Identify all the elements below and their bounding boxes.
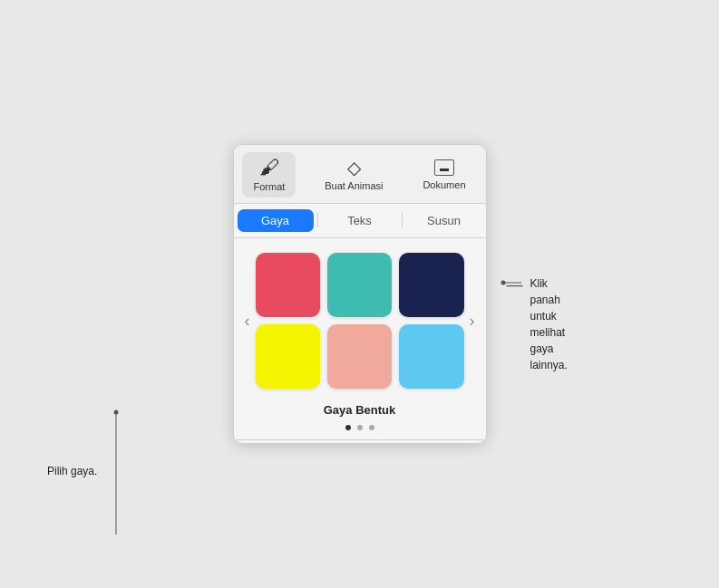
buat-animasi-label: Buat Animasi <box>325 180 383 191</box>
swatch-salmon[interactable] <box>327 324 392 389</box>
tab-teks[interactable]: Teks <box>322 209 398 232</box>
next-arrow[interactable]: › <box>468 308 477 334</box>
swatch-navy[interactable] <box>399 253 463 317</box>
callout-bottom-text: Pilih gaya. <box>47 465 97 477</box>
swatch-yellow[interactable] <box>256 324 320 389</box>
color-grid-area: ‹ › <box>234 238 486 397</box>
callout-arrow-icon: — <box>507 275 523 294</box>
color-grid <box>256 253 464 390</box>
tab-gaya[interactable]: Gaya <box>238 209 314 232</box>
format-icon: 🖌 <box>259 158 279 178</box>
toolbar: 🖌 Format ◇ Buat Animasi ▬ Dokumen <box>234 145 486 204</box>
svg-point-1 <box>501 281 506 285</box>
toolbar-dokumen[interactable]: ▬ Dokumen <box>412 154 476 196</box>
format-label: Format <box>253 181 285 192</box>
swatch-teal[interactable] <box>327 253 392 317</box>
segment-tabs: Gaya Teks Susun <box>234 204 486 238</box>
shape-style-label: Gaya Bentuk <box>324 403 395 417</box>
toolbar-buat-animasi[interactable]: ◇ Buat Animasi <box>314 153 394 197</box>
callout-bottom: Pilih gaya. <box>47 462 97 478</box>
tab-susun[interactable]: Susun <box>406 209 482 232</box>
pagination <box>234 421 486 439</box>
swatch-red[interactable] <box>256 253 320 317</box>
tab-divider <box>317 213 318 227</box>
svg-point-3 <box>114 410 119 415</box>
tab-divider-2 <box>402 213 403 227</box>
callout-right: — Klik panahuntuk melihatgaya lainnya. <box>507 275 568 373</box>
shape-style-section: Gaya Bentuk <box>234 396 486 421</box>
dokumen-label: Dokumen <box>423 179 465 190</box>
dot-2 <box>357 425 363 430</box>
toolbar-format[interactable]: 🖌 Format <box>242 152 296 198</box>
dot-1 <box>345 425 351 430</box>
dot-3 <box>369 425 374 430</box>
panel-footer <box>234 439 486 443</box>
dokumen-icon: ▬ <box>434 159 454 176</box>
buat-animasi-icon: ◇ <box>347 159 361 177</box>
prev-arrow[interactable]: ‹ <box>243 308 252 334</box>
callout-right-text: Klik panahuntuk melihatgaya lainnya. <box>530 275 568 373</box>
swatch-sky[interactable] <box>399 324 463 389</box>
